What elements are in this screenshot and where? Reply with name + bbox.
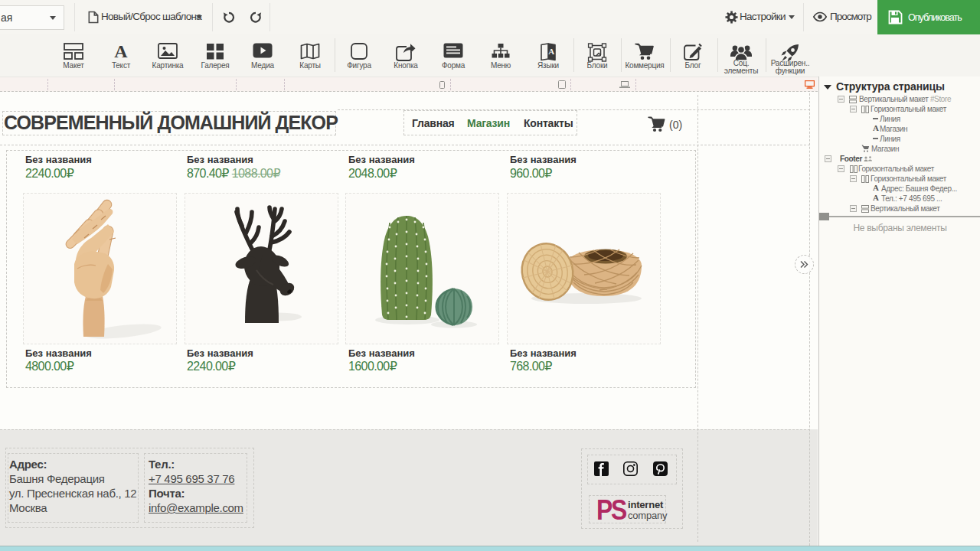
svg-text:A: A	[114, 43, 128, 60]
svg-text:A: A	[548, 47, 554, 56]
